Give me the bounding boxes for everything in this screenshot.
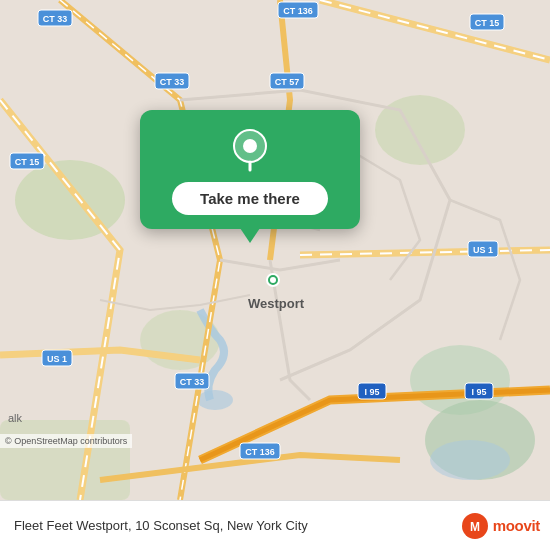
svg-text:US 1: US 1	[47, 354, 67, 364]
svg-text:I 95: I 95	[364, 387, 379, 397]
svg-point-7	[197, 390, 233, 410]
svg-point-8	[430, 440, 510, 480]
bottom-bar: Fleet Feet Westport, 10 Sconset Sq, New …	[0, 500, 550, 550]
map-container: CT 33 CT 136 CT 15 CT 15 CT 33 CT 57 US …	[0, 0, 550, 500]
svg-text:CT 33: CT 33	[180, 377, 205, 387]
svg-text:I 95: I 95	[471, 387, 486, 397]
svg-text:CT 136: CT 136	[245, 447, 275, 457]
moovit-logo: M moovit	[461, 512, 540, 540]
popup-overlay: Take me there	[140, 110, 360, 229]
svg-text:CT 15: CT 15	[15, 157, 40, 167]
svg-text:US 1: US 1	[473, 245, 493, 255]
svg-text:CT 33: CT 33	[43, 14, 68, 24]
svg-point-35	[270, 277, 276, 283]
svg-point-37	[243, 139, 257, 153]
moovit-logo-icon: M	[461, 512, 489, 540]
location-text: Fleet Feet Westport, 10 Sconset Sq, New …	[14, 518, 461, 533]
svg-text:CT 33: CT 33	[160, 77, 185, 87]
svg-rect-6	[0, 420, 130, 500]
moovit-label: moovit	[493, 517, 540, 534]
svg-text:CT 136: CT 136	[283, 6, 313, 16]
osm-credit: © OpenStreetMap contributors	[0, 434, 132, 448]
take-me-there-button[interactable]: Take me there	[172, 182, 328, 215]
svg-text:CT 57: CT 57	[275, 77, 300, 87]
svg-point-2	[375, 95, 465, 165]
place-label: Westport	[248, 296, 305, 311]
svg-text:alk: alk	[8, 412, 23, 424]
svg-point-1	[15, 160, 125, 240]
svg-text:CT 15: CT 15	[475, 18, 500, 28]
svg-text:M: M	[470, 520, 480, 534]
location-pin-icon	[228, 128, 272, 172]
